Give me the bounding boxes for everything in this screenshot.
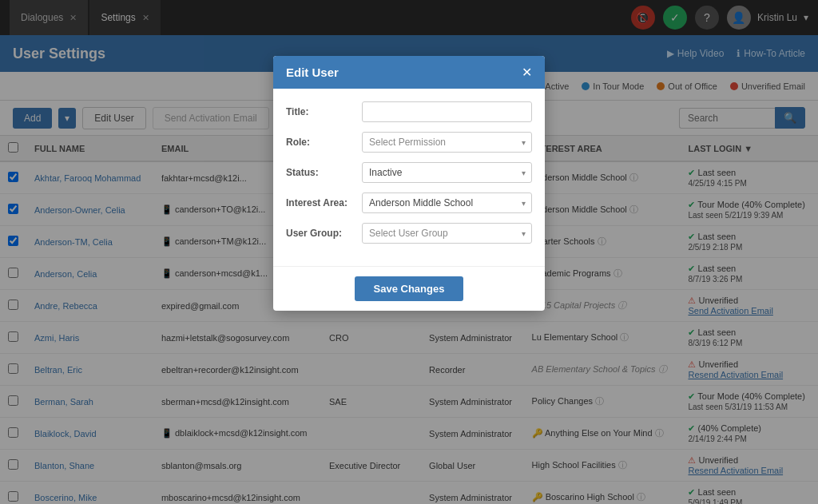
modal-overlay: Edit User ✕ Title: Role: Select Permissi… [0, 0, 818, 504]
status-field-label: Status: [286, 167, 362, 178]
user-group-label: User Group: [286, 228, 362, 239]
interest-area-row: Interest Area: Anderson Middle School ▾ [286, 192, 532, 213]
modal-header: Edit User ✕ [273, 56, 545, 89]
interest-area-select[interactable]: Anderson Middle School [362, 192, 532, 213]
status-select-wrapper: Inactive Active ▾ [362, 162, 532, 183]
modal-body: Title: Role: Select Permission ▾ Status:… [273, 89, 545, 266]
title-field-label: Title: [286, 106, 362, 117]
modal-footer: Save Changes [273, 266, 545, 311]
modal-close-button[interactable]: ✕ [522, 66, 532, 79]
title-row: Title: [286, 101, 532, 122]
role-select-wrapper: Select Permission ▾ [362, 132, 532, 153]
status-select[interactable]: Inactive Active [362, 162, 532, 183]
interest-area-select-wrapper: Anderson Middle School ▾ [362, 192, 532, 213]
user-group-select-wrapper: Select User Group ▾ [362, 223, 532, 244]
status-row: Status: Inactive Active ▾ [286, 162, 532, 183]
save-changes-button[interactable]: Save Changes [355, 276, 464, 301]
save-changes-label: Save Changes [374, 283, 445, 295]
role-field-label: Role: [286, 137, 362, 148]
title-input[interactable] [362, 101, 532, 122]
edit-user-modal: Edit User ✕ Title: Role: Select Permissi… [273, 56, 545, 311]
role-row: Role: Select Permission ▾ [286, 132, 532, 153]
role-select[interactable]: Select Permission [362, 132, 532, 153]
user-group-select[interactable]: Select User Group [362, 223, 532, 244]
modal-title: Edit User [286, 65, 339, 79]
user-group-row: User Group: Select User Group ▾ [286, 223, 532, 244]
interest-area-label: Interest Area: [286, 197, 362, 208]
